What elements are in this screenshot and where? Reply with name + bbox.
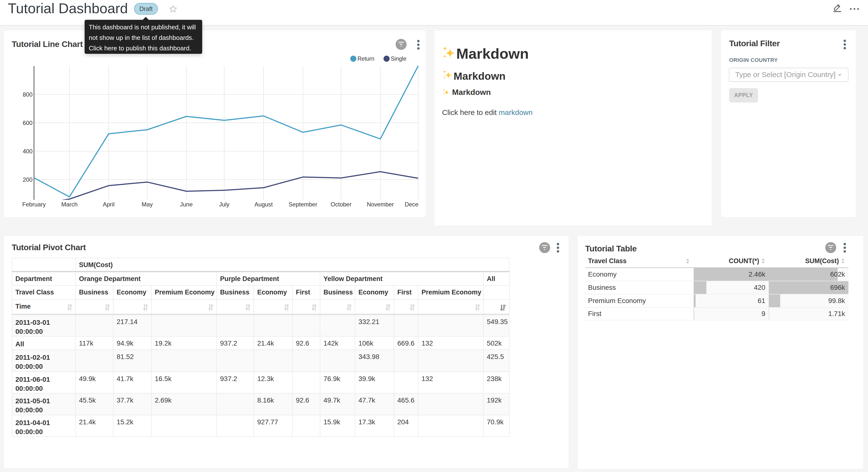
svg-text:September: September [288,201,317,208]
svg-text:800: 800 [23,91,33,98]
svg-text:October: October [331,201,351,208]
svg-text:February: February [22,201,46,208]
svg-text:August: August [254,201,273,208]
svg-text:June: June [180,201,193,208]
svg-text:May: May [142,201,153,208]
svg-text:April: April [103,201,115,208]
svg-text:200: 200 [23,176,33,183]
svg-text:600: 600 [23,120,33,126]
svg-text:December: December [405,201,426,208]
svg-text:400: 400 [23,148,33,154]
svg-text:Return: Return [358,56,374,62]
svg-text:March: March [61,201,78,208]
svg-text:July: July [219,201,229,208]
svg-text:Single: Single [391,56,406,62]
svg-text:November: November [367,201,394,208]
